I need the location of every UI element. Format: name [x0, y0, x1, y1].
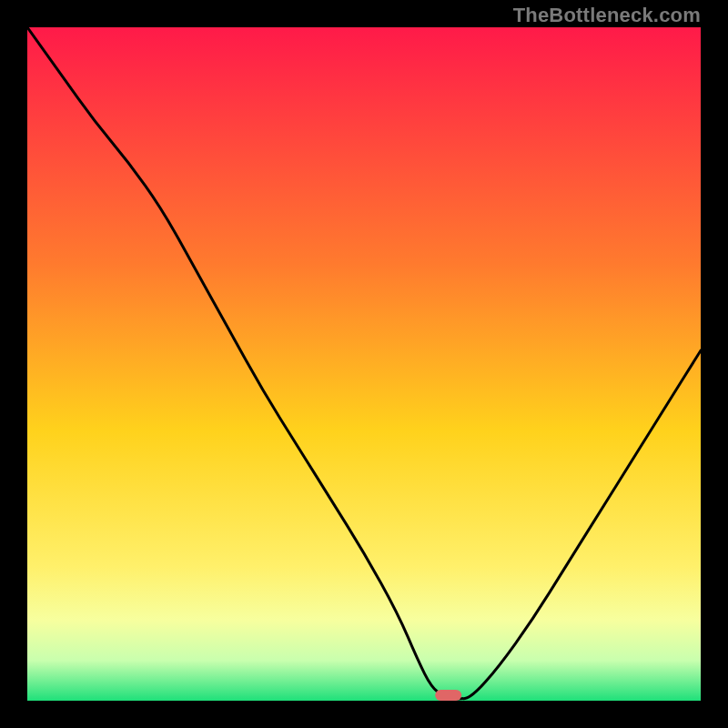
plot-area [27, 27, 701, 701]
watermark-text: TheBottleneck.com [513, 4, 701, 27]
gradient-background [27, 27, 701, 701]
svg-rect-0 [27, 27, 701, 701]
chart-frame: TheBottleneck.com [0, 0, 728, 728]
optimal-marker [435, 690, 462, 701]
